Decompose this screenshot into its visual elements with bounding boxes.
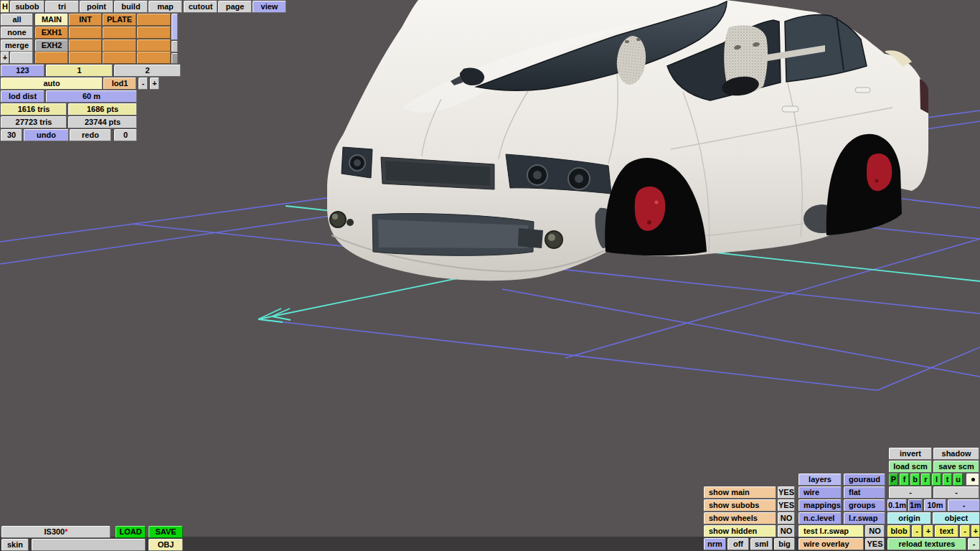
show-main-value[interactable]: YES bbox=[778, 486, 795, 499]
test-lr-swap-button[interactable]: test l.r.swap bbox=[798, 525, 864, 537]
menu-item-build[interactable]: build bbox=[114, 1, 148, 13]
subobject-cell[interactable] bbox=[35, 52, 68, 64]
gouraud-button[interactable]: gouraud bbox=[844, 474, 885, 486]
mappings-button[interactable]: mappings bbox=[798, 499, 842, 512]
nrm-off-button[interactable]: off bbox=[727, 538, 749, 550]
subobject-cell[interactable] bbox=[137, 39, 171, 52]
text-increment-button[interactable]: + bbox=[971, 525, 980, 537]
tab-1-active[interactable]: 1 bbox=[46, 65, 113, 77]
menu-item-map[interactable]: map bbox=[149, 1, 182, 13]
grid-step-dash[interactable]: - bbox=[948, 499, 980, 512]
text-button[interactable]: text bbox=[935, 525, 958, 537]
blob-increment-button[interactable]: + bbox=[923, 525, 933, 537]
menu-item-view-active[interactable]: view bbox=[253, 1, 286, 13]
undo-button[interactable]: undo bbox=[24, 129, 69, 141]
add-subobject-button[interactable]: + bbox=[1, 52, 9, 64]
nrm-sml-button[interactable]: sml bbox=[750, 538, 773, 550]
lod-current-button[interactable]: lod1 bbox=[103, 77, 136, 90]
skin-button[interactable]: skin bbox=[1, 539, 29, 551]
nrm-big-button[interactable]: big bbox=[774, 538, 795, 550]
subobject-cell-int[interactable]: INT bbox=[69, 14, 102, 26]
show-main-button[interactable]: show main bbox=[704, 486, 776, 499]
subobject-cell-exh1[interactable]: EXH1 bbox=[35, 27, 68, 39]
grid-step-1m-active[interactable]: 1m bbox=[908, 499, 923, 512]
load-scm-button[interactable]: load scm bbox=[889, 461, 932, 473]
grid-step-01m[interactable]: 0.1m bbox=[887, 499, 907, 512]
grid-step-10m[interactable]: 10m bbox=[924, 499, 946, 512]
flat-dash-button[interactable]: - bbox=[889, 486, 932, 499]
reload-textures-button[interactable]: reload textures bbox=[887, 538, 966, 550]
subobject-cell[interactable] bbox=[103, 39, 136, 52]
menu-item-cutout[interactable]: cutout bbox=[184, 1, 217, 13]
reload-textures-dash-button[interactable]: - bbox=[968, 538, 980, 550]
lod-dist-value[interactable]: 60 m bbox=[46, 90, 137, 103]
blob-button[interactable]: blob bbox=[887, 525, 910, 537]
subobject-cell[interactable] bbox=[137, 27, 171, 39]
test-lr-swap-value[interactable]: NO bbox=[865, 525, 885, 537]
subobject-cell[interactable] bbox=[103, 27, 136, 39]
model-name-field[interactable]: IS300* bbox=[1, 526, 110, 538]
lod-increment-button[interactable]: + bbox=[150, 77, 159, 90]
text-decrement-button[interactable]: - bbox=[960, 525, 970, 537]
wire-button[interactable]: wire bbox=[798, 486, 842, 499]
redo-button[interactable]: redo bbox=[70, 129, 111, 141]
object-button[interactable]: object bbox=[933, 512, 980, 524]
subobject-blank-cell[interactable] bbox=[10, 52, 33, 64]
subobject-cell-main[interactable]: MAIN bbox=[35, 14, 68, 26]
show-subobs-value[interactable]: YES bbox=[778, 499, 795, 512]
save-button[interactable]: SAVE bbox=[149, 526, 183, 538]
menu-item-point[interactable]: point bbox=[80, 1, 113, 13]
shadow-button[interactable]: shadow bbox=[933, 448, 979, 460]
layers-button[interactable]: layers bbox=[798, 474, 842, 486]
subobject-cell[interactable] bbox=[137, 14, 171, 26]
channel-button-t[interactable]: t bbox=[943, 474, 952, 486]
lr-swap-button[interactable]: l.r.swap bbox=[844, 512, 885, 524]
channel-dot-button[interactable] bbox=[966, 474, 979, 486]
subobject-scrollbar-thumb[interactable] bbox=[171, 14, 178, 40]
menu-item-tri[interactable]: tri bbox=[45, 1, 79, 13]
select-none-button[interactable]: none bbox=[1, 27, 33, 39]
nrm-button[interactable]: nrm bbox=[704, 538, 726, 550]
tab-2[interactable]: 2 bbox=[114, 65, 181, 77]
show-wheels-button[interactable]: show wheels bbox=[704, 512, 776, 524]
wire-overlay-value[interactable]: YES bbox=[865, 538, 885, 550]
flat-dash-button[interactable]: - bbox=[933, 486, 979, 499]
origin-button[interactable]: origin bbox=[887, 512, 931, 524]
subobject-cell-plate[interactable]: PLATE bbox=[103, 14, 136, 26]
show-hidden-button[interactable]: show hidden bbox=[704, 525, 776, 537]
lod-auto-button[interactable]: auto bbox=[1, 77, 103, 90]
channel-button-r[interactable]: r bbox=[921, 474, 930, 486]
invert-button[interactable]: invert bbox=[889, 448, 932, 460]
show-subobs-button[interactable]: show subobs bbox=[704, 499, 776, 512]
skin-name-field[interactable] bbox=[32, 539, 146, 551]
show-hidden-value[interactable]: NO bbox=[778, 525, 795, 537]
obj-export-button[interactable]: OBJ bbox=[149, 539, 183, 551]
channel-button-f[interactable]: f bbox=[900, 474, 909, 486]
lod-decrement-button[interactable]: - bbox=[138, 77, 148, 90]
menu-item-subob[interactable]: subob bbox=[10, 1, 44, 13]
channel-button-u[interactable]: u bbox=[953, 474, 963, 486]
wire-overlay-button[interactable]: wire overlay bbox=[798, 538, 864, 550]
subobject-cell[interactable] bbox=[69, 39, 102, 52]
show-wheels-value[interactable]: NO bbox=[778, 512, 795, 524]
subobject-scrollbar-track[interactable] bbox=[171, 41, 178, 52]
merge-button[interactable]: merge bbox=[1, 39, 33, 52]
channel-button-b[interactable]: b bbox=[910, 474, 920, 486]
tab-123[interactable]: 123 bbox=[1, 65, 44, 77]
subobject-cell[interactable] bbox=[69, 52, 102, 64]
subobject-scrollbar-end[interactable] bbox=[171, 53, 178, 64]
save-scm-button[interactable]: save scm bbox=[933, 461, 979, 473]
nc-level-button[interactable]: n.c.level bbox=[798, 512, 842, 524]
channel-button-p[interactable]: P bbox=[889, 474, 898, 486]
flat-button[interactable]: flat bbox=[844, 486, 885, 499]
subobject-cell-exh2[interactable]: EXH2 bbox=[35, 39, 68, 52]
select-all-button[interactable]: all bbox=[1, 14, 33, 26]
subobject-cell[interactable] bbox=[103, 52, 136, 64]
menu-item-page[interactable]: page bbox=[218, 1, 252, 13]
blob-decrement-button[interactable]: - bbox=[912, 525, 922, 537]
subobject-cell[interactable] bbox=[69, 27, 102, 39]
groups-button[interactable]: groups bbox=[844, 499, 885, 512]
load-button[interactable]: LOAD bbox=[116, 526, 146, 538]
menu-item-h[interactable]: H bbox=[1, 1, 9, 13]
channel-button-l[interactable]: l bbox=[932, 474, 941, 486]
